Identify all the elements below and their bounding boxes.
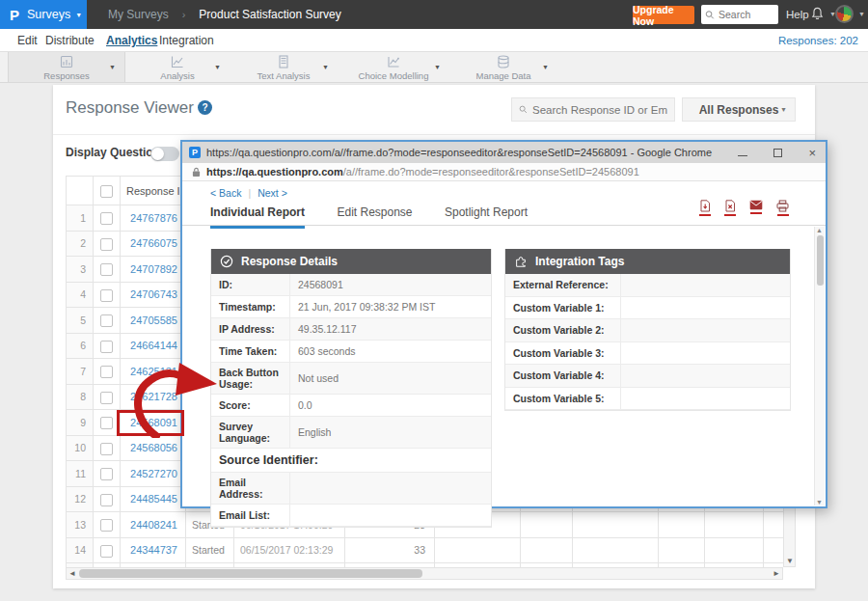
select-all-checkbox[interactable] [100, 185, 113, 198]
survey-nav: Edit Distribute Analytics Integration Re… [0, 29, 868, 51]
toolbar-responses[interactable]: Responses ▼ [8, 52, 125, 82]
upgrade-now-button[interactable]: Upgrade Now [633, 6, 694, 24]
next-link[interactable]: Next > [258, 187, 287, 199]
pdf-download-button[interactable] [699, 200, 711, 216]
row-checkbox[interactable] [100, 289, 113, 302]
response-id-link[interactable]: 24485445 [121, 486, 186, 512]
toolbar-manage-data[interactable]: Manage Data ▼ [449, 52, 557, 82]
popup-scroll-thumb[interactable] [817, 235, 824, 286]
chevron-down-icon[interactable]: ▼ [109, 64, 116, 70]
row-checkbox[interactable] [100, 263, 113, 276]
chevron-down-icon: ▼ [75, 12, 82, 18]
breadcrumb-current: Product Satisfaction Survey [199, 8, 340, 21]
response-details-header: Response Details [211, 249, 491, 274]
account-menu[interactable]: ▼ [835, 5, 865, 23]
display-questions-toggle[interactable] [150, 147, 179, 161]
lock-icon [192, 167, 201, 178]
global-search-input[interactable] [719, 9, 774, 20]
nav-item-distribute[interactable]: Distribute [45, 34, 95, 47]
response-id-link[interactable]: 24706743 [121, 282, 186, 308]
scroll-right-icon[interactable]: ► [773, 569, 780, 578]
close-icon[interactable]: × [808, 149, 816, 157]
email-report-button[interactable] [749, 200, 763, 216]
maximize-icon[interactable] [773, 149, 782, 157]
detail-row: Time Taken:603 seconds [211, 341, 491, 363]
chevron-down-icon[interactable]: ▼ [214, 64, 221, 70]
back-link[interactable]: < Back [210, 187, 241, 199]
tab-edit-response[interactable]: Edit Response [337, 205, 412, 226]
responses-filter-dropdown[interactable]: All Responses ▼ [682, 97, 796, 122]
report-content: < Back|Next > Individual Report Edit Res… [182, 181, 826, 506]
tag-row: External Reference: [505, 274, 790, 297]
questionpro-logo-icon: P [10, 7, 19, 23]
responses-count[interactable]: Responses: 202 [778, 35, 858, 46]
bell-icon [810, 6, 825, 21]
response-search[interactable] [511, 97, 675, 122]
row-checkbox[interactable] [100, 366, 113, 378]
row-checkbox[interactable] [100, 443, 113, 455]
breadcrumb: My Surveys › Product Satisfaction Survey [108, 0, 341, 29]
global-search[interactable] [701, 5, 778, 24]
print-button[interactable] [776, 200, 789, 216]
toolbar-analysis[interactable]: Analysis ▼ [125, 52, 230, 82]
popup-vertical-scrollbar[interactable]: ▲ ▼ [814, 227, 825, 505]
divider [53, 134, 815, 135]
help-link[interactable]: Help [786, 9, 809, 20]
row-checkbox[interactable] [100, 314, 113, 327]
pagination-links: < Back|Next > [210, 187, 287, 199]
notifications-menu[interactable]: ▼ [810, 6, 836, 21]
divider [182, 225, 826, 226]
breadcrumb-parent[interactable]: My Surveys [108, 8, 169, 21]
row-checkbox[interactable] [100, 238, 113, 251]
help-icon[interactable]: ? [198, 100, 212, 115]
scroll-left-icon[interactable]: ◄ [68, 569, 76, 578]
url-origin: https://qa.questionpro.com [206, 166, 343, 178]
check-circle-icon [220, 255, 233, 268]
tag-row: Custom Variable 4: [505, 365, 790, 388]
toolbar-choice-modelling[interactable]: Choice Modelling ▼ [338, 52, 449, 82]
response-search-input[interactable] [532, 104, 667, 116]
response-id-link[interactable]: 24766075 [121, 231, 186, 257]
chevron-down-icon[interactable]: ▼ [322, 64, 329, 70]
response-id-link[interactable]: 24527270 [121, 461, 186, 487]
response-id-link[interactable]: 24408241 [121, 512, 186, 538]
response-id-header[interactable]: Response ID [126, 185, 186, 197]
nav-item-analytics[interactable]: Analytics [106, 34, 157, 47]
response-id-link[interactable]: 24707892 [121, 257, 186, 283]
row-checkbox[interactable] [100, 417, 113, 429]
horizontal-scrollbar[interactable]: ◄ ► [66, 567, 783, 580]
window-title-bar[interactable]: P https://qa.questionpro.com/a//frame.do… [182, 142, 826, 163]
horizontal-scroll-thumb[interactable] [79, 569, 422, 578]
nav-item-edit[interactable]: Edit [17, 34, 38, 47]
row-checkbox[interactable] [100, 212, 113, 225]
detail-row: ID:24568091 [211, 274, 491, 296]
row-checkbox[interactable] [100, 468, 113, 480]
chevron-down-icon[interactable]: ▼ [542, 64, 549, 70]
row-checkbox[interactable] [100, 519, 113, 532]
detail-row: IP Address:49.35.12.117 [211, 318, 491, 341]
excel-download-button[interactable] [724, 200, 736, 216]
questionpro-favicon-icon: P [189, 147, 201, 158]
detail-row: Timestamp:21 Jun, 2017 09:38:32 PM IST [211, 296, 491, 318]
excel-download-icon [724, 200, 736, 212]
response-id-link[interactable]: 24568056 [121, 435, 186, 461]
toolbar-responses-label: Responses [43, 71, 90, 81]
table-row[interactable]: 1424344737Started06/15/2017 02:13:2933 [67, 537, 784, 563]
row-checkbox[interactable] [100, 545, 113, 558]
row-checkbox[interactable] [100, 494, 113, 506]
nav-item-integration[interactable]: Integration [159, 34, 214, 47]
toolbar-text-analysis[interactable]: Text Analysis ▼ [230, 52, 338, 82]
tab-spotlight-report[interactable]: Spotlight Report [445, 205, 528, 226]
chevron-down-icon[interactable]: ▼ [434, 64, 441, 70]
response-id-link[interactable]: 24705585 [121, 308, 186, 334]
address-bar[interactable]: https://qa.questionpro.com/a//frame.do?m… [182, 163, 826, 181]
row-checkbox[interactable] [100, 341, 113, 353]
scroll-down-icon[interactable]: ▼ [786, 557, 794, 565]
scroll-down-icon[interactable]: ▼ [816, 499, 823, 505]
row-checkbox[interactable] [100, 392, 113, 404]
scroll-up-icon[interactable]: ▲ [816, 227, 823, 233]
response-id-link[interactable]: 24344737 [121, 537, 186, 563]
product-menu[interactable]: P Surveys ▼ [0, 0, 87, 29]
minimize-icon[interactable] [738, 149, 747, 156]
response-id-link[interactable]: 24767876 [121, 205, 186, 232]
